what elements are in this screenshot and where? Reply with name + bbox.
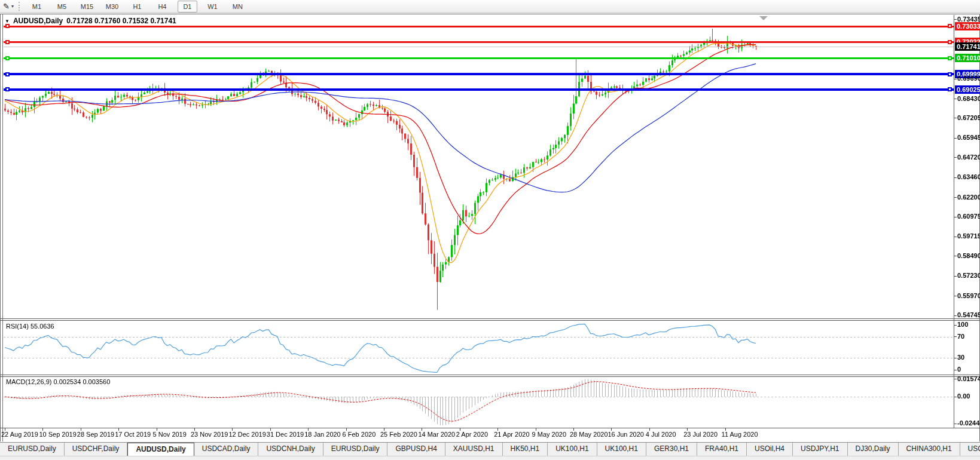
date-axis-label: 17 Oct 2019 bbox=[115, 431, 151, 438]
panel-separator[interactable] bbox=[0, 375, 980, 375]
chart-tab-usdchf-daily[interactable]: USDCHF,Daily bbox=[65, 443, 128, 456]
date-axis-label: 12 Dec 2019 bbox=[228, 431, 265, 438]
price-axis-tick bbox=[954, 237, 957, 237]
price-axis-tick bbox=[954, 256, 957, 256]
price-axis-label: 0.58490 bbox=[957, 252, 980, 259]
price-axis-tick bbox=[954, 118, 957, 118]
price-axis-label: 0.67205 bbox=[957, 114, 980, 121]
price-axis-label: 0.55970 bbox=[957, 292, 980, 299]
price-axis-tick bbox=[954, 177, 957, 178]
price-axis-label: 0.69690 bbox=[957, 75, 980, 82]
date-axis-label: 10 Sep 2019 bbox=[39, 431, 76, 438]
level-anchor-handle[interactable] bbox=[5, 56, 10, 60]
horizontal-level-line[interactable] bbox=[4, 26, 954, 27]
chart-tab-hk50-h1[interactable]: HK50,H1 bbox=[503, 443, 548, 456]
chart-canvas[interactable] bbox=[0, 0, 980, 460]
rsi-axis-tick bbox=[954, 370, 957, 370]
price-axis-tick bbox=[954, 276, 957, 277]
date-axis-label: 16 Jun 2020 bbox=[607, 431, 644, 438]
price-tag: 0.69025 bbox=[955, 85, 980, 94]
horizontal-level-line[interactable] bbox=[4, 88, 954, 91]
chart-ohlc-values: 0.71728 0.71760 0.71532 0.71741 bbox=[66, 17, 176, 25]
chart-symbol-label: AUDUSD,Daily bbox=[13, 17, 63, 25]
price-axis-tick bbox=[954, 217, 957, 217]
date-axis-label: 2 Apr 2020 bbox=[456, 431, 488, 438]
date-axis-label: 31 Dec 2019 bbox=[267, 431, 304, 438]
chart-tab-ger30-h1[interactable]: GER30,H1 bbox=[646, 443, 697, 456]
chart-tab-usdcnh-daily[interactable]: USDCNH,Daily bbox=[258, 443, 323, 456]
date-axis-label: 11 Aug 2020 bbox=[722, 431, 758, 438]
level-anchor-handle[interactable] bbox=[948, 24, 952, 28]
price-tag: 0.73033 bbox=[955, 22, 980, 30]
date-axis-label: 21 Apr 2020 bbox=[494, 431, 529, 438]
chart-tab-usoil-h1[interactable]: USOil,H1 bbox=[960, 443, 980, 456]
price-axis-label: 0.68430 bbox=[957, 95, 980, 102]
macd-axis-tick bbox=[954, 424, 957, 424]
price-axis-label: 0.63460 bbox=[957, 173, 980, 180]
chart-tab-usdcad-daily[interactable]: USDCAD,Daily bbox=[194, 443, 259, 456]
date-axis-label: 25 Feb 2020 bbox=[380, 431, 417, 438]
chart-tab-usoil-h4[interactable]: USOil,H4 bbox=[747, 443, 793, 456]
macd-axis-tick bbox=[954, 379, 957, 379]
chart-tab-usdjpy-h1[interactable]: USDJPY,H1 bbox=[793, 443, 847, 456]
level-anchor-handle[interactable] bbox=[5, 72, 10, 76]
current-price-line[interactable] bbox=[4, 47, 954, 47]
rsi-axis-tick bbox=[954, 325, 957, 326]
chart-tab-eurusd-daily[interactable]: EURUSD,Daily bbox=[323, 443, 388, 456]
level-anchor-handle[interactable] bbox=[948, 56, 952, 60]
price-axis-tick bbox=[954, 19, 957, 20]
chart-tab-china300-h1[interactable]: CHINA300,H1 bbox=[899, 443, 960, 456]
chart-tab-dj30-daily[interactable]: DJ30,Daily bbox=[848, 443, 899, 456]
price-tag: 0.71010 bbox=[955, 54, 980, 62]
horizontal-level-line[interactable] bbox=[4, 57, 954, 59]
date-axis-label: 28 May 2020 bbox=[570, 431, 608, 438]
date-axis-border bbox=[0, 428, 980, 428]
date-axis-label: 23 Jul 2020 bbox=[683, 431, 718, 438]
chart-tab-xauusd-h1[interactable]: XAUUSD,H1 bbox=[445, 443, 503, 456]
chart-tab-eurusd-daily[interactable]: EURUSD,Daily bbox=[0, 443, 65, 456]
level-anchor-handle[interactable] bbox=[948, 87, 952, 91]
chart-tab-bar: EURUSD,DailyUSDCHF,DailyAUDUSD,DailyUSDC… bbox=[0, 442, 980, 456]
chart-tab-uk100-h1[interactable]: UK100,H1 bbox=[597, 443, 646, 456]
price-axis-label: 0.57230 bbox=[957, 272, 980, 279]
price-axis-label: 0.60975 bbox=[957, 213, 980, 220]
status-strip bbox=[0, 456, 980, 460]
price-axis-label: 0.54745 bbox=[957, 311, 980, 318]
chart-tab-audusd-daily[interactable]: AUDUSD,Daily bbox=[127, 443, 194, 456]
chart-tab-fra40-h1[interactable]: FRA40,H1 bbox=[697, 443, 747, 456]
level-anchor-handle[interactable] bbox=[948, 40, 952, 44]
horizontal-level-line[interactable] bbox=[4, 41, 954, 43]
scroll-to-end-icon[interactable] bbox=[759, 16, 768, 20]
level-anchor-handle[interactable] bbox=[948, 72, 952, 76]
price-axis-label: 0.65945 bbox=[957, 134, 980, 141]
price-axis-tick bbox=[954, 138, 957, 139]
date-axis-label: 4 Jul 2020 bbox=[646, 431, 676, 438]
panel-separator[interactable] bbox=[0, 320, 980, 321]
panel-separator[interactable] bbox=[0, 376, 980, 377]
date-axis-label: 23 Nov 2019 bbox=[191, 431, 228, 438]
rsi-label: RSI(14) 55.0636 bbox=[6, 323, 54, 330]
macd-axis-label: -0.024412 bbox=[957, 419, 980, 427]
level-anchor-handle[interactable] bbox=[5, 24, 10, 28]
chart-title-dropdown-icon[interactable]: ▼ bbox=[5, 19, 10, 24]
level-anchor-handle[interactable] bbox=[5, 40, 10, 44]
level-anchor-handle[interactable] bbox=[5, 87, 10, 91]
date-axis-label: 22 Aug 2019 bbox=[1, 431, 38, 438]
price-axis-tick bbox=[954, 315, 957, 316]
price-axis-label: 0.62200 bbox=[957, 194, 980, 201]
rsi-axis-label: 30 bbox=[957, 354, 964, 361]
chart-tab-uk100-h1[interactable]: UK100,H1 bbox=[548, 443, 597, 456]
price-axis-label: 0.64720 bbox=[957, 154, 980, 161]
date-axis-label: 6 Feb 2020 bbox=[343, 431, 376, 438]
date-axis-label: 9 May 2020 bbox=[532, 431, 566, 438]
tabs-holder: EURUSD,DailyUSDCHF,DailyAUDUSD,DailyUSDC… bbox=[0, 443, 980, 456]
price-axis-label: 0.73435 bbox=[957, 16, 980, 23]
chart-title: ▼ AUDUSD,Daily 0.71728 0.71760 0.71532 0… bbox=[5, 17, 176, 25]
horizontal-level-line[interactable] bbox=[4, 73, 954, 75]
date-axis-label: 18 Jan 2020 bbox=[304, 431, 341, 438]
macd-axis-label: 0.00 bbox=[957, 392, 970, 400]
rsi-axis-label: 70 bbox=[957, 333, 964, 340]
chart-tab-gbpusd-h4[interactable]: GBPUSD,H4 bbox=[387, 443, 445, 456]
date-axis-label: 28 Sep 2019 bbox=[77, 431, 114, 438]
panel-separator[interactable] bbox=[0, 318, 980, 319]
